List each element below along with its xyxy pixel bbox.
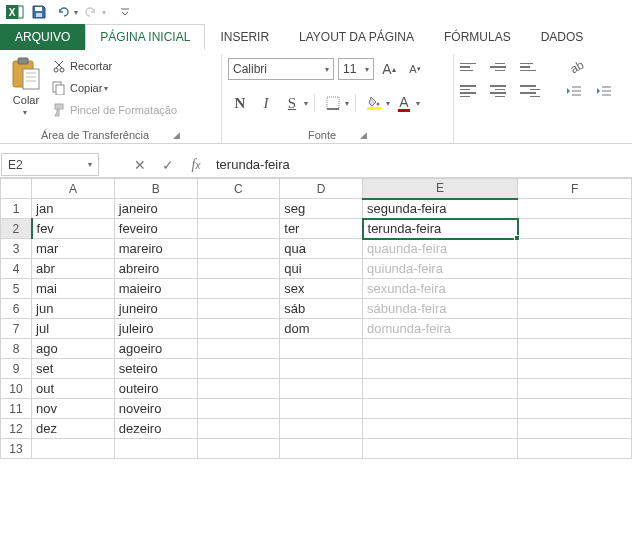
grow-font-button[interactable]: A▴ <box>378 58 400 80</box>
cell[interactable] <box>197 299 280 319</box>
fill-color-dropdown-icon[interactable]: ▾ <box>386 99 390 108</box>
cell[interactable]: nov <box>32 399 115 419</box>
cell[interactable] <box>518 279 632 299</box>
cell[interactable]: domunda-feira <box>363 319 518 339</box>
font-color-button[interactable]: A <box>392 92 416 114</box>
row-header[interactable]: 12 <box>1 419 32 439</box>
cell[interactable]: abreiro <box>114 259 197 279</box>
paste-button[interactable]: Colar ▾ <box>6 54 46 117</box>
cell[interactable]: jan <box>32 199 115 219</box>
worksheet-grid[interactable]: ABCDEF 1janjaneirosegsegunda-feira2fevfe… <box>0 178 632 459</box>
formula-input[interactable]: terunda-feira <box>210 152 632 177</box>
row-header[interactable]: 10 <box>1 379 32 399</box>
cell[interactable]: feveiro <box>114 219 197 239</box>
cell[interactable] <box>197 379 280 399</box>
undo-dropdown-icon[interactable]: ▾ <box>74 8 78 17</box>
tab-file[interactable]: ARQUIVO <box>0 24 85 50</box>
cell[interactable] <box>518 419 632 439</box>
cell[interactable] <box>280 439 363 459</box>
cell[interactable]: qui <box>280 259 363 279</box>
cell[interactable]: dezeiro <box>114 419 197 439</box>
cell[interactable]: janeiro <box>114 199 197 219</box>
tab-home[interactable]: PÁGINA INICIAL <box>85 24 205 50</box>
cell[interactable]: sábunda-feira <box>363 299 518 319</box>
cell[interactable] <box>363 419 518 439</box>
cell[interactable] <box>518 359 632 379</box>
cell[interactable] <box>280 339 363 359</box>
cell[interactable]: seteiro <box>114 359 197 379</box>
cell[interactable]: juneiro <box>114 299 197 319</box>
align-top-button[interactable] <box>460 58 480 76</box>
cell[interactable]: segunda-feira <box>363 199 518 219</box>
increase-indent-button[interactable] <box>596 82 616 100</box>
format-painter-button[interactable]: Pincel de Formatação <box>52 100 177 120</box>
cell[interactable]: fev <box>32 219 115 239</box>
tab-page-layout[interactable]: LAYOUT DA PÁGINA <box>284 24 429 50</box>
align-left-button[interactable] <box>460 82 480 100</box>
cell[interactable]: sexunda-feira <box>363 279 518 299</box>
cell[interactable] <box>518 259 632 279</box>
cell[interactable]: qua <box>280 239 363 259</box>
orientation-button[interactable]: ab <box>566 58 586 76</box>
row-header[interactable]: 4 <box>1 259 32 279</box>
cell[interactable]: quaunda-feira <box>363 239 518 259</box>
italic-button[interactable]: I <box>254 92 278 114</box>
cell[interactable] <box>363 359 518 379</box>
row-header[interactable]: 2 <box>1 219 32 239</box>
cell[interactable]: jul <box>32 319 115 339</box>
align-bottom-button[interactable] <box>520 58 540 76</box>
cell[interactable]: sáb <box>280 299 363 319</box>
select-all-corner[interactable] <box>1 179 32 199</box>
cell[interactable]: agoeiro <box>114 339 197 359</box>
cell[interactable] <box>197 199 280 219</box>
row-header[interactable]: 5 <box>1 279 32 299</box>
cell[interactable] <box>197 399 280 419</box>
cell[interactable] <box>518 239 632 259</box>
underline-dropdown-icon[interactable]: ▾ <box>304 99 308 108</box>
cell[interactable] <box>363 399 518 419</box>
accept-edit-button[interactable]: ✓ <box>154 152 182 177</box>
bold-button[interactable]: N <box>228 92 252 114</box>
cell[interactable]: out <box>32 379 115 399</box>
name-box-dropdown-icon[interactable]: ▾ <box>88 160 92 169</box>
font-launcher-icon[interactable]: ◢ <box>360 130 367 140</box>
qat-customize-button[interactable] <box>114 1 136 23</box>
cell[interactable] <box>32 439 115 459</box>
cell[interactable] <box>197 319 280 339</box>
paste-dropdown-icon[interactable]: ▾ <box>23 108 27 117</box>
tab-insert[interactable]: INSERIR <box>205 24 284 50</box>
fill-color-button[interactable] <box>362 92 386 114</box>
cell[interactable] <box>363 439 518 459</box>
cell[interactable] <box>363 379 518 399</box>
cell[interactable]: noveiro <box>114 399 197 419</box>
row-header[interactable]: 13 <box>1 439 32 459</box>
redo-button[interactable] <box>80 1 102 23</box>
cell[interactable]: dez <box>32 419 115 439</box>
row-header[interactable]: 3 <box>1 239 32 259</box>
cancel-edit-button[interactable]: ✕ <box>126 152 154 177</box>
cell[interactable] <box>518 219 632 239</box>
cell[interactable]: set <box>32 359 115 379</box>
tab-data[interactable]: DADOS <box>526 24 599 50</box>
cell[interactable]: mai <box>32 279 115 299</box>
cell[interactable] <box>197 359 280 379</box>
cell[interactable]: mareiro <box>114 239 197 259</box>
cell[interactable]: jun <box>32 299 115 319</box>
cell[interactable] <box>197 219 280 239</box>
cell[interactable] <box>197 259 280 279</box>
column-header[interactable]: E <box>363 179 518 199</box>
cell[interactable] <box>518 439 632 459</box>
cell[interactable] <box>518 299 632 319</box>
row-header[interactable]: 8 <box>1 339 32 359</box>
row-header[interactable]: 9 <box>1 359 32 379</box>
font-name-combo[interactable]: Calibri ▾ <box>228 58 334 80</box>
row-header[interactable]: 6 <box>1 299 32 319</box>
decrease-indent-button[interactable] <box>566 82 586 100</box>
cell[interactable] <box>280 419 363 439</box>
underline-button[interactable]: S <box>280 92 304 114</box>
cell[interactable] <box>114 439 197 459</box>
borders-dropdown-icon[interactable]: ▾ <box>345 99 349 108</box>
save-button[interactable] <box>28 1 50 23</box>
insert-function-button[interactable]: fx <box>182 152 210 177</box>
cell[interactable]: ter <box>280 219 363 239</box>
